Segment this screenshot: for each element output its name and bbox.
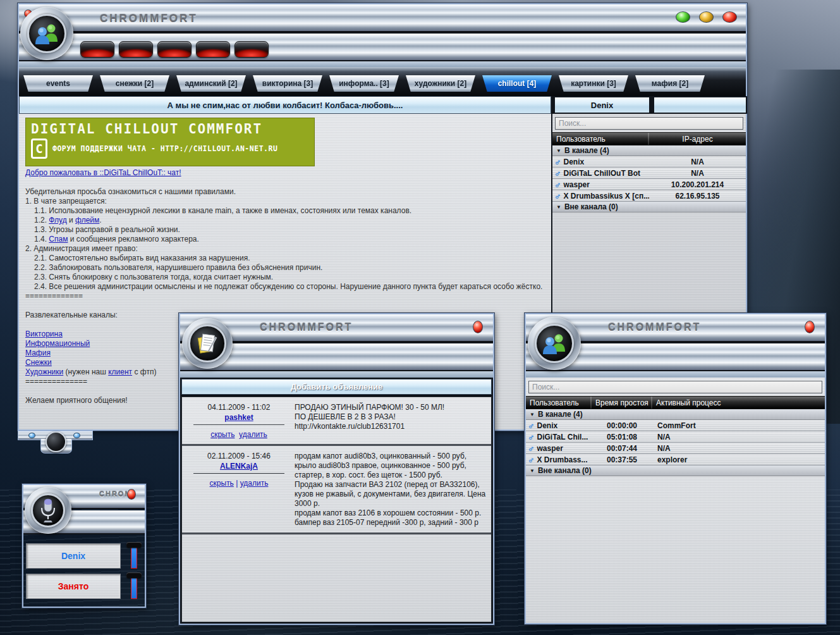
toolbar-button-5[interactable] <box>234 41 269 58</box>
channel-tab-0[interactable]: events <box>23 75 93 92</box>
idle-time-cell: 05:01:08 <box>592 433 652 441</box>
close-button[interactable] <box>722 11 737 23</box>
entry-actions: скрыть | удалить <box>186 479 292 488</box>
group-row[interactable]: ▼Вне канала (0) <box>526 465 825 476</box>
collapse-triangle-icon: ▼ <box>530 412 535 417</box>
title-bar[interactable]: CHROMMFORT <box>19 4 746 32</box>
toolbar-button-1[interactable] <box>80 41 114 58</box>
add-announcement-button[interactable]: Добавить объявление <box>181 379 492 395</box>
collapse-triangle-icon: ▼ <box>530 468 535 474</box>
voice-menu-button[interactable] <box>25 487 71 534</box>
chat-link[interactable]: Информационный <box>25 339 90 348</box>
channel-tab-8[interactable]: мафия [2] <box>635 75 705 92</box>
chat-link[interactable]: Художники <box>25 367 63 376</box>
window-tray-handle[interactable] <box>18 431 94 456</box>
user-row[interactable]: ♂Denix00:00:00CommFort <box>526 420 825 431</box>
chat-link[interactable]: Флуд <box>49 216 66 225</box>
toolbar-button-2[interactable] <box>119 41 153 58</box>
user-name: X Drumbassikus X [сп... <box>564 192 650 200</box>
divider <box>193 473 284 474</box>
process-search-input[interactable] <box>528 381 822 393</box>
user-row[interactable]: ♂DenixN/A <box>552 156 746 168</box>
channel-tab-1[interactable]: снежки [2] <box>100 75 169 92</box>
user-row[interactable]: ♂wasper00:07:44N/A <box>526 443 825 454</box>
tray-led-icon <box>73 433 80 438</box>
volume-slider[interactable] <box>126 542 142 572</box>
bulletin-entry: 04.11.2009 - 11:02pashketскрыть удалитьП… <box>182 397 491 446</box>
channel-tab-6[interactable]: chillout [4] <box>482 75 552 92</box>
close-led-button[interactable] <box>473 321 483 333</box>
column-header-user[interactable]: Пользователь <box>526 398 590 407</box>
male-gender-icon: ♂ <box>528 455 535 465</box>
group-row[interactable]: ▼В канале (4) <box>526 409 825 420</box>
mic-slider[interactable] <box>126 572 142 603</box>
user-row[interactable]: ♂DiGiTaL Chil...05:01:08N/A <box>526 431 825 443</box>
chat-text: Развлекательные каналы: <box>25 311 118 319</box>
channel-tab-3[interactable]: викторина [3] <box>253 75 322 92</box>
user-row[interactable]: ♂X Drumbassikus X [сп...62.16.95.135 <box>552 190 746 202</box>
chat-text: Убедительная просьба ознакомиться с наши… <box>25 187 236 196</box>
bulletin-entries: 04.11.2009 - 11:02pashketскрыть удалитьП… <box>181 397 492 622</box>
male-gender-icon: ♂ <box>528 421 535 431</box>
minimize-button[interactable] <box>676 11 690 23</box>
user-ip-cell: 10.200.201.214 <box>649 180 746 189</box>
close-led-button[interactable] <box>127 489 136 500</box>
channel-tab-5[interactable]: художники [2] <box>406 75 475 92</box>
column-header-user[interactable]: Пользователь <box>552 135 648 144</box>
chat-line: 1.2. Флуд и флейм. <box>25 216 545 225</box>
chat-link[interactable]: Добро пожаловать в ::DiGiTaL ChillOuT:: … <box>25 168 181 177</box>
entry-actions: скрыть удалить <box>186 430 292 439</box>
chat-text: 1.1. Использование нецензурной лексики в… <box>34 206 411 215</box>
entry-author-link[interactable]: ALENKajA <box>186 462 292 471</box>
user-name: wasper <box>537 444 563 453</box>
maximize-button[interactable] <box>699 11 714 23</box>
channel-tab-4[interactable]: информа.. [3] <box>329 75 399 92</box>
column-header-process[interactable]: Активный процесс <box>652 398 825 407</box>
group-row[interactable]: ▼В канале (4) <box>552 145 746 156</box>
private-tab-denix[interactable]: Denix <box>554 96 650 114</box>
user-search-input[interactable] <box>555 117 743 130</box>
action-link[interactable]: скрыть <box>210 430 234 439</box>
action-link[interactable]: удалить <box>239 430 267 439</box>
chat-link[interactable]: Спам <box>49 235 68 244</box>
chat-link[interactable]: Снежки <box>25 358 52 367</box>
entry-author-link[interactable]: pashket <box>186 413 292 422</box>
chat-link[interactable]: Викторина <box>25 330 63 338</box>
toolbar-button-4[interactable] <box>196 41 230 58</box>
close-led-button[interactable] <box>805 321 815 333</box>
process-list-header[interactable]: Пользователь Время простоя Активный проц… <box>526 396 825 409</box>
channel-tab-2[interactable]: админский [2] <box>176 75 246 92</box>
process-list: ▼В канале (4)♂Denix00:00:00CommFort♂DiGi… <box>526 409 825 476</box>
voice-chat-window: CHROMMFORT Denix Занято <box>22 484 146 608</box>
user-name-cell: ♂DiGiTaL Chil... <box>526 432 592 442</box>
column-header-ip[interactable]: IP-адрес <box>649 135 746 144</box>
user-row[interactable]: ♂DiGiTaL ChillOuT BotN/A <box>552 168 746 179</box>
bulletin-menu-button[interactable] <box>182 318 233 369</box>
microphone-icon <box>31 493 66 528</box>
chat-line: 2. Администрация имеет право: <box>25 244 545 254</box>
group-row[interactable]: ▼Вне канала (0) <box>552 202 746 213</box>
slider-handle[interactable] <box>126 572 142 578</box>
user-list-header[interactable]: Пользователь IP-адрес <box>552 132 746 145</box>
chat-link[interactable]: флейм <box>75 216 99 225</box>
tray-knob-button[interactable] <box>46 431 66 452</box>
user-row[interactable]: ♂wasper10.200.201.214 <box>552 179 746 190</box>
chat-text: и сообщения рекламного характера. <box>68 235 198 244</box>
user-row[interactable]: ♂X Drumbass...00:37:55explorer <box>526 454 825 465</box>
chat-line: 2.3. Снять блокировку с пользователя тог… <box>25 273 545 282</box>
window-title: CHROMMFORT <box>99 490 130 498</box>
users-icon <box>27 14 66 53</box>
channel-tab-7[interactable]: картинки [3] <box>559 75 628 92</box>
toolbar-button-3[interactable] <box>157 41 192 58</box>
process-menu-button[interactable] <box>528 317 581 370</box>
chat-link[interactable]: клиент <box>108 367 132 376</box>
process-panel: Пользователь Время простоя Активный проц… <box>526 378 825 623</box>
action-link[interactable]: скрыть <box>210 479 234 488</box>
action-link[interactable]: удалить <box>240 479 269 488</box>
main-menu-button[interactable] <box>20 7 73 60</box>
chat-text: 1.3. Угрозы расправой в реальной жизни. <box>34 225 180 234</box>
column-header-idle[interactable]: Время простоя <box>592 398 651 407</box>
slider-handle[interactable] <box>126 542 142 548</box>
skin-divider <box>19 61 746 67</box>
chat-link[interactable]: Мафия <box>25 348 51 357</box>
